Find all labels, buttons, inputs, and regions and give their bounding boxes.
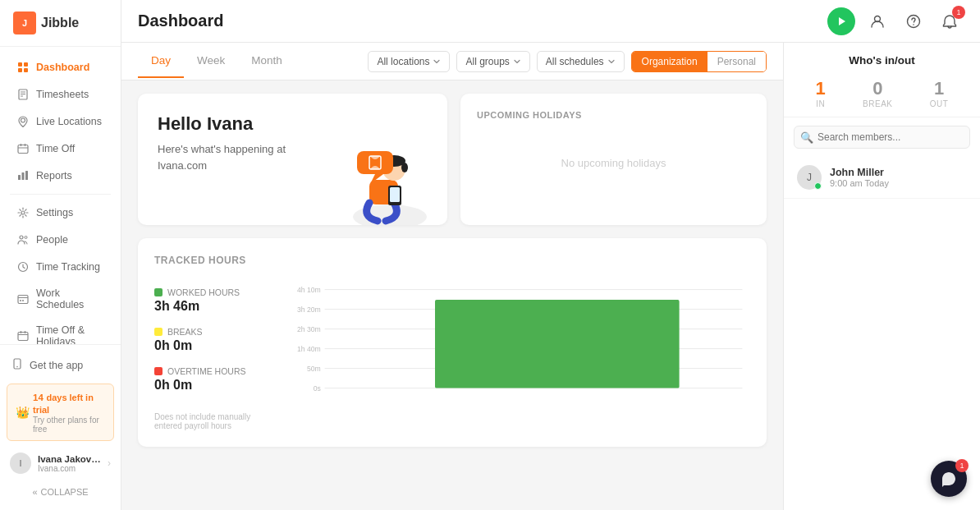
chart-svg: 4h 10m 3h 20m 2h 30m 1h 40m 50m 0s: [277, 279, 750, 402]
sidebar-label-reports: Reports: [36, 170, 72, 181]
sidebar-item-time-tracking[interactable]: Time Tracking: [5, 254, 116, 280]
locations-filter[interactable]: All locations: [368, 51, 450, 72]
break-count-item[interactable]: 0 BREAK: [863, 78, 892, 108]
user-profile-button[interactable]: [863, 7, 891, 35]
svg-rect-55: [390, 187, 400, 202]
sidebar-label-time-off: Time Off: [36, 143, 75, 154]
svg-point-48: [913, 24, 914, 25]
user-info: Ivana Jakovljevic Ivana.com: [38, 454, 101, 473]
svg-rect-5: [24, 68, 28, 72]
schedules-filter[interactable]: All schedules: [537, 51, 625, 72]
smartphone-icon: [11, 358, 23, 372]
sidebar-label-time-off-holidays: Time Off & Holidays: [36, 324, 104, 344]
sidebar-item-time-off[interactable]: Time Off: [5, 136, 116, 162]
sidebar-item-live-locations[interactable]: Live Locations: [5, 108, 116, 135]
start-timer-button[interactable]: [827, 7, 855, 35]
member-row: J John Miller 9:00 am Today: [784, 157, 980, 199]
overtime-value: 0h 0m: [154, 378, 261, 393]
chat-badge: 1: [955, 459, 969, 472]
notifications-button[interactable]: 1: [936, 7, 964, 35]
user-profile-row[interactable]: I Ivana Jakovljevic Ivana.com ›: [0, 446, 121, 480]
svg-text:4h 10m: 4h 10m: [297, 286, 321, 294]
member-avatar: J: [797, 165, 822, 190]
whos-in-out-panel: Who's in/out 1 IN 0 BREAK 1 OUT 🔍: [783, 43, 980, 510]
grid-icon: [16, 61, 30, 74]
crown-icon: 👑: [16, 406, 30, 419]
sidebar-bottom: Get the app 👑 14 days left in trial Try …: [0, 344, 121, 510]
svg-rect-2: [18, 62, 22, 67]
schedule-icon: [16, 292, 30, 306]
tab-day[interactable]: Day: [138, 44, 184, 78]
groups-filter[interactable]: All groups: [456, 51, 529, 72]
whos-in-counts: 1 IN 0 BREAK 1 OUT: [784, 73, 980, 117]
sidebar-item-dashboard[interactable]: Dashboard: [5, 54, 116, 80]
sidebar-item-reports[interactable]: Reports: [5, 163, 116, 189]
search-members-input[interactable]: [794, 126, 970, 149]
avatar: I: [10, 453, 31, 474]
user-email: Ivana.com: [38, 464, 101, 473]
svg-rect-3: [24, 62, 28, 67]
member-info: John Miller 9:00 am Today: [830, 167, 967, 188]
sidebar-label-people: People: [36, 234, 68, 246]
svg-rect-26: [18, 333, 28, 341]
svg-rect-56: [357, 151, 393, 174]
svg-rect-16: [22, 172, 25, 180]
get-app-label: Get the app: [30, 360, 83, 371]
trial-days: 14: [33, 393, 44, 402]
people-icon: [16, 233, 30, 246]
clock-icon: [16, 260, 30, 273]
out-count: 1: [930, 78, 949, 99]
worked-dot: [154, 288, 163, 296]
trial-banner[interactable]: 👑 14 days left in trial Try other plans …: [7, 384, 114, 441]
holidays-title: UPCOMING HOLIDAYS: [477, 110, 750, 120]
org-personal-toggle: Organization Personal: [631, 51, 767, 72]
worked-value: 3h 46m: [154, 299, 261, 314]
member-name: John Miller: [830, 167, 967, 178]
logo-icon: J: [13, 11, 36, 34]
chart-note: Does not include manuallyentered payroll…: [154, 412, 261, 430]
get-app-button[interactable]: Get the app: [0, 351, 121, 379]
chart-legend: WORKED HOURS 3h 46m BREAKS 0h 0m: [154, 279, 261, 430]
user-name: Ivana Jakovljevic: [38, 454, 101, 464]
sidebar-item-people[interactable]: People: [5, 227, 116, 253]
svg-rect-4: [18, 68, 22, 72]
content-area: Day Week Month All locations All: [121, 43, 980, 510]
tab-month[interactable]: Month: [238, 44, 295, 78]
sidebar-label-live-locations: Live Locations: [36, 116, 102, 127]
in-label: IN: [816, 99, 826, 108]
sidebar-label-settings: Settings: [36, 207, 73, 218]
svg-rect-22: [18, 296, 28, 304]
holidays-card: UPCOMING HOLIDAYS No upcoming holidays: [460, 94, 767, 225]
toggle-personal[interactable]: Personal: [708, 52, 766, 71]
sidebar-item-time-off-holidays[interactable]: Time Off & Holidays: [5, 318, 116, 344]
collapse-button[interactable]: « COLLAPSE: [0, 480, 121, 503]
help-button[interactable]: [900, 7, 927, 35]
hello-card: Hello Ivana Here's what's happening at I…: [138, 94, 447, 225]
svg-point-19: [20, 236, 23, 239]
svg-point-44: [16, 366, 18, 368]
in-count-item[interactable]: 1 IN: [816, 78, 826, 108]
tabs-bar: Day Week Month All locations All: [121, 43, 783, 80]
svg-point-53: [401, 163, 408, 172]
tab-week[interactable]: Week: [184, 44, 238, 78]
collapse-label: COLLAPSE: [41, 487, 89, 497]
sidebar-item-work-schedules[interactable]: Work Schedules: [5, 281, 116, 317]
topbar-icons: 1: [827, 7, 964, 35]
page-title: Dashboard: [138, 11, 223, 30]
filter-row: All locations All groups All schedules O…: [368, 51, 767, 72]
toggle-organization[interactable]: Organization: [632, 52, 708, 71]
logo-text: Jibble: [41, 16, 79, 30]
holidays-empty: No upcoming holidays: [477, 130, 750, 195]
logo[interactable]: J Jibble: [0, 0, 121, 47]
search-icon: 🔍: [800, 131, 813, 144]
center-panel: Day Week Month All locations All: [121, 43, 783, 510]
sidebar-label-time-tracking: Time Tracking: [36, 261, 100, 273]
out-count-item[interactable]: 1 OUT: [930, 78, 949, 108]
break-label: BREAK: [863, 99, 892, 108]
svg-rect-15: [18, 175, 21, 180]
file-icon: [16, 88, 30, 101]
sidebar-item-timesheets[interactable]: Timesheets: [5, 81, 116, 108]
legend-breaks: BREAKS 0h 0m: [154, 327, 261, 353]
chat-button[interactable]: 1: [931, 461, 967, 497]
sidebar-item-settings[interactable]: Settings: [5, 200, 116, 226]
